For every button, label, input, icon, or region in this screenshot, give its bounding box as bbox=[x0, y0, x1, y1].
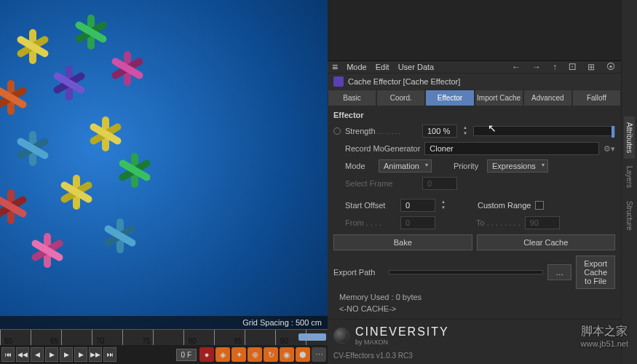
section-title: Effector bbox=[333, 111, 615, 119]
key-scale-button[interactable]: ⊕ bbox=[248, 347, 262, 362]
prev-frame-button[interactable]: ◀ bbox=[31, 347, 44, 362]
step-fwd-button[interactable]: ▶▶ bbox=[89, 347, 102, 362]
new-window-icon[interactable]: ⊞ bbox=[586, 62, 596, 72]
menu-userdata[interactable]: User Data bbox=[398, 63, 435, 71]
autokey-button[interactable]: ◈ bbox=[215, 347, 230, 362]
clear-cache-button[interactable]: Clear Cache bbox=[477, 234, 616, 250]
record-options-icon[interactable]: ⚙▾ bbox=[604, 144, 615, 154]
key-pla-button[interactable]: ⬢ bbox=[296, 347, 310, 362]
export-cache-button[interactable]: Export Cache to File bbox=[576, 256, 615, 289]
from-field: 0 bbox=[400, 216, 435, 229]
select-frame-label: Select Frame bbox=[345, 179, 418, 188]
memory-used-label: Memory Used : 0 bytes bbox=[333, 291, 615, 303]
func-icon[interactable]: ⦿ bbox=[605, 62, 617, 72]
goto-start-button[interactable]: ⏮ bbox=[1, 347, 15, 362]
lock-icon[interactable]: ⚀ bbox=[567, 62, 577, 72]
brand-byline: by MAXON bbox=[355, 339, 449, 346]
start-offset-stepper[interactable]: ▲▼ bbox=[440, 199, 447, 211]
strength-stepper[interactable]: ▲▼ bbox=[462, 125, 469, 137]
next-frame-button[interactable]: ▶ bbox=[74, 347, 87, 362]
watermark: 脚本之家 www.jb51.net bbox=[581, 324, 628, 348]
step-back-button[interactable]: ◀◀ bbox=[16, 347, 29, 362]
side-tab-strip: Attributes Layers Structure bbox=[621, 0, 637, 364]
current-frame-field[interactable]: 0 F bbox=[176, 349, 197, 361]
key-pos-button[interactable]: ✦ bbox=[232, 347, 246, 362]
record-button[interactable]: ● bbox=[199, 347, 214, 362]
tab-coord[interactable]: Coord. bbox=[376, 90, 425, 106]
select-frame-field: 0 bbox=[422, 177, 457, 190]
timeline: 60 65 70 75 80 85 90 ⏮ ◀◀ ◀ ▶ ▶ ▶ ▶▶ ⏭ 0… bbox=[0, 329, 328, 364]
plugin-version: CV-Effectors v1.0.3 RC3 bbox=[328, 352, 621, 364]
key-options-button[interactable]: ⋯ bbox=[312, 347, 326, 362]
menu-edit[interactable]: Edit bbox=[376, 63, 389, 71]
cineversity-logo-icon bbox=[333, 328, 349, 344]
upper-empty-panel bbox=[328, 0, 621, 61]
record-label: Record MoGenerator bbox=[345, 144, 420, 153]
brand-name: CINEVERSITY bbox=[355, 325, 449, 339]
object-title-row: Cache Effector [Cache Effector] bbox=[328, 74, 621, 90]
nav-up-icon[interactable]: ↑ bbox=[551, 62, 558, 72]
priority-select[interactable]: Expressions bbox=[487, 159, 548, 173]
custom-range-label: Custom Range bbox=[478, 201, 531, 210]
tab-basic[interactable]: Basic bbox=[328, 90, 376, 106]
viewport[interactable]: Grid Spacing : 500 cm 60 65 70 75 80 85 … bbox=[0, 0, 328, 364]
attribute-tabs: Basic Coord. Effector Import Cache Advan… bbox=[328, 90, 621, 106]
side-tab-attributes[interactable]: Attributes bbox=[624, 116, 635, 159]
export-path-field[interactable] bbox=[389, 270, 543, 274]
tab-effector[interactable]: Effector bbox=[425, 90, 474, 106]
to-field: 90 bbox=[525, 216, 560, 229]
attribute-manager-header: ≡ Mode Edit User Data ← → ↑ ⚀ ⊞ ⦿ bbox=[328, 61, 621, 74]
strength-field[interactable]: 100 % bbox=[422, 124, 457, 138]
start-offset-label: Start Offset bbox=[345, 201, 396, 210]
strength-slider[interactable] bbox=[473, 126, 615, 136]
branding-row: CINEVERSITY by MAXON bbox=[328, 319, 621, 352]
key-param-button[interactable]: ◉ bbox=[280, 347, 294, 362]
play-forward-button[interactable]: ▶ bbox=[60, 347, 73, 362]
play-back-button[interactable]: ▶ bbox=[45, 347, 58, 362]
from-label: From . . . . bbox=[345, 218, 396, 227]
custom-range-checkbox[interactable] bbox=[535, 201, 544, 210]
mode-label: Mode bbox=[345, 162, 374, 170]
no-cache-label: <-NO CACHE-> bbox=[333, 303, 615, 314]
to-label: To . . . . . . . . bbox=[476, 218, 521, 227]
goto-end-button[interactable]: ⏭ bbox=[103, 347, 116, 362]
key-rot-button[interactable]: ↻ bbox=[264, 347, 278, 362]
export-path-label: Export Path bbox=[333, 268, 384, 277]
menu-mode[interactable]: Mode bbox=[347, 63, 367, 71]
start-offset-field[interactable]: 0 bbox=[400, 199, 435, 212]
browse-button[interactable]: … bbox=[547, 264, 571, 280]
viewport-status: Grid Spacing : 500 cm bbox=[0, 316, 328, 329]
tab-falloff[interactable]: Falloff bbox=[572, 90, 621, 106]
timeline-ruler[interactable]: 60 65 70 75 80 85 90 bbox=[0, 329, 328, 345]
side-tab-structure[interactable]: Structure bbox=[624, 195, 635, 237]
bake-button[interactable]: Bake bbox=[333, 234, 472, 250]
tab-advanced[interactable]: Advanced bbox=[523, 90, 572, 106]
object-title: Cache Effector [Cache Effector] bbox=[348, 77, 460, 86]
nav-back-icon[interactable]: ← bbox=[510, 62, 522, 72]
strength-anim-dot[interactable] bbox=[333, 127, 341, 135]
side-tab-layers[interactable]: Layers bbox=[624, 160, 635, 194]
record-mogenerator-field[interactable]: Cloner bbox=[424, 142, 599, 155]
priority-label: Priority bbox=[454, 162, 483, 170]
effector-icon bbox=[333, 76, 344, 87]
strength-label: Strength bbox=[345, 127, 418, 135]
nav-fwd-icon[interactable]: → bbox=[531, 62, 542, 72]
hamburger-icon[interactable]: ≡ bbox=[332, 61, 338, 73]
mode-select[interactable]: Animation bbox=[379, 159, 432, 173]
tab-import-cache[interactable]: Import Cache bbox=[475, 90, 523, 106]
